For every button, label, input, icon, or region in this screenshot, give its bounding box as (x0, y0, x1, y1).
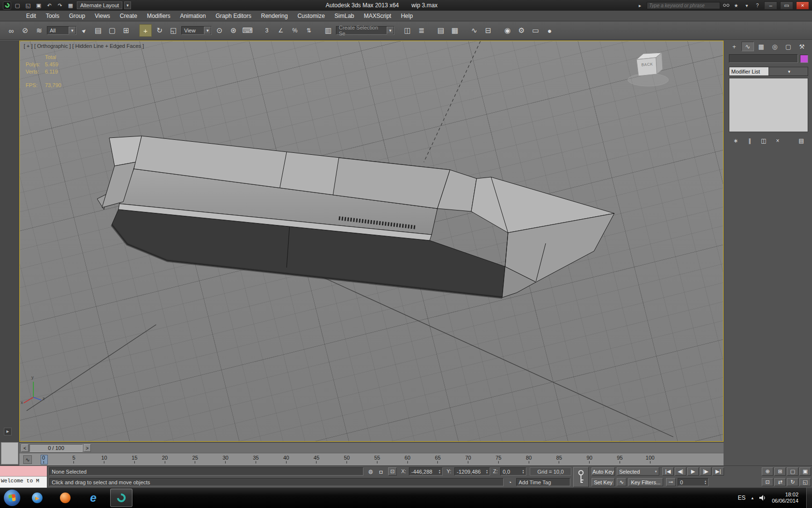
current-frame-field[interactable]: 0 ▴▾ (678, 478, 709, 486)
selection-lock-icon[interactable]: ◘ (377, 467, 385, 476)
modifier-list-dropdown[interactable]: Modifier List ▾ (729, 67, 808, 76)
menu-item-group[interactable]: Group (64, 11, 90, 21)
save-file-button[interactable]: ▣ (34, 1, 43, 9)
key-mode-dropdown-arrow[interactable]: ▾ (655, 470, 657, 473)
unlink-selection-icon[interactable]: ⊘ (19, 24, 31, 37)
time-tag-clock-icon[interactable]: ◔ (506, 478, 514, 486)
viewcube[interactable] (628, 53, 668, 86)
show-desktop-button[interactable] (806, 488, 812, 508)
render-production-icon[interactable]: ● (543, 24, 556, 37)
menu-item-tools[interactable]: Tools (41, 11, 64, 21)
menu-item-graph-editors[interactable]: Graph Editors (211, 11, 256, 21)
absolute-offset-toggle[interactable]: ⊡ (388, 467, 397, 476)
menu-item-create[interactable]: Create (115, 11, 142, 21)
object-name-field[interactable] (729, 54, 798, 63)
workspace-dropdown-arrow[interactable]: ▾ (124, 1, 131, 9)
search-input[interactable] (647, 2, 720, 9)
isolate-selection-icon[interactable]: ◍ (366, 467, 375, 476)
window-crossing-icon[interactable]: ⊞ (120, 24, 132, 37)
selection-filter-dropdown[interactable]: All ▾ (47, 26, 76, 35)
expand-panel-button[interactable]: ▶ (4, 428, 12, 435)
menu-item-edit[interactable]: Edit (21, 11, 41, 21)
arc-rotate-icon[interactable]: ↻ (787, 478, 798, 486)
redo-button[interactable]: ↷ (56, 1, 64, 9)
maxscript-mini-listener[interactable]: Welcome to M (0, 466, 47, 488)
ribbon-toggle-icon[interactable]: ▦ (449, 24, 461, 37)
tab-motion[interactable]: ◎ (768, 42, 781, 51)
named-selection-set-dropdown[interactable]: Create Selection Se ▾ (336, 26, 394, 35)
material-editor-icon[interactable]: ◉ (501, 24, 514, 37)
minimize-button[interactable]: – (764, 1, 777, 10)
hidden-icons-arrow[interactable]: ▴ (751, 495, 754, 500)
viewport-canvas[interactable] (20, 41, 723, 441)
y-coordinate-field[interactable]: -1209,486 ▴▾ (454, 467, 490, 476)
modifier-list-arrow[interactable]: ▾ (768, 67, 808, 75)
menu-item-animation[interactable]: Animation (175, 11, 211, 21)
use-pivot-center-icon[interactable]: ⊙ (213, 24, 226, 37)
x-coordinate-field[interactable]: -446,288 ▴▾ (409, 467, 443, 476)
z-spinner-down[interactable]: ▾ (522, 472, 524, 474)
taskbar-media-player-icon[interactable]: ▶ (26, 489, 48, 507)
previous-frame-button[interactable]: ◀| (675, 467, 686, 476)
configure-modifier-sets-button[interactable]: ▤ (796, 136, 807, 146)
select-object-icon[interactable]: ► (75, 22, 93, 40)
add-time-tag-field[interactable]: Add Time Tag (516, 478, 570, 486)
new-scene-button[interactable]: ▢ (13, 1, 22, 9)
close-button[interactable]: × (796, 1, 809, 10)
pan-view-icon[interactable]: ⇄ (774, 478, 786, 486)
timeline-ruler[interactable]: ∿ 05101520253035404550556065707580859095… (19, 453, 724, 465)
angle-snap-icon[interactable]: ∠ (275, 24, 287, 37)
previous-frame-arrow[interactable]: < (21, 444, 29, 452)
y-spinner-down[interactable]: ▾ (486, 472, 488, 474)
mirror-icon[interactable]: ◫ (401, 24, 414, 37)
mini-listener-macro-row[interactable] (0, 466, 47, 477)
zoom-icon[interactable]: ⊕ (762, 467, 773, 476)
infocenter-expand-icon[interactable]: ▸ (636, 1, 644, 9)
modifier-stack-list[interactable] (729, 78, 808, 132)
viewport[interactable]: [ + ] [ Orthographic ] [ Hidden Line + E… (19, 41, 724, 442)
taskbar-3dsmax-icon[interactable] (110, 489, 132, 507)
align-icon[interactable]: ≣ (415, 24, 428, 37)
tab-display[interactable]: ▢ (782, 42, 795, 51)
pin-stack-button[interactable]: ∗ (730, 136, 741, 146)
select-by-name-icon[interactable]: ▤ (92, 24, 104, 37)
frame-spinner-down[interactable]: ▾ (705, 482, 706, 485)
time-slider-position[interactable]: 0 / 100 (29, 444, 83, 452)
tab-hierarchy[interactable]: ▦ (755, 42, 768, 51)
select-and-move-icon[interactable]: + (139, 24, 152, 37)
menu-item-maxscript[interactable]: MAXScript (359, 11, 396, 21)
volume-icon[interactable] (759, 495, 766, 501)
app-logo-icon[interactable] (3, 1, 11, 10)
next-frame-button[interactable]: |▶ (700, 467, 711, 476)
render-setup-icon[interactable]: ⚙ (515, 24, 528, 37)
communication-center-icon[interactable]: ▾ (743, 1, 751, 9)
time-slider-bar[interactable]: < 0 / 100 > (19, 442, 724, 453)
key-mode-toggle[interactable]: ⊸ (666, 478, 676, 486)
menu-item-customize[interactable]: Customize (292, 11, 330, 21)
select-and-manipulate-icon[interactable]: ⊛ (227, 24, 240, 37)
undo-button[interactable]: ↶ (45, 1, 54, 9)
start-button[interactable] (4, 490, 20, 506)
maximize-viewport-icon[interactable]: ◱ (799, 478, 811, 486)
tab-create[interactable]: + (728, 42, 740, 51)
menu-item-simlab[interactable]: SimLab (330, 11, 359, 21)
schematic-view-icon[interactable]: ⊟ (482, 24, 494, 37)
percent-snap-icon[interactable]: % (289, 24, 301, 37)
field-of-view-icon[interactable]: ⊡ (762, 478, 773, 486)
mini-curve-editor-button[interactable]: ∿ (23, 455, 32, 464)
object-color-swatch[interactable] (800, 55, 808, 63)
viewport-label[interactable]: [ + ] [ Orthographic ] [ Hidden Line + E… (24, 43, 144, 49)
clock[interactable]: 18:02 06/06/2014 (772, 492, 798, 504)
maximize-button[interactable]: ▭ (780, 1, 793, 10)
layer-manager-icon[interactable]: ▤ (435, 24, 447, 37)
go-to-start-button[interactable]: |◀ (662, 467, 674, 476)
menu-item-rendering[interactable]: Rendering (256, 11, 292, 21)
model-wireframe[interactable] (97, 136, 614, 298)
edit-named-selection-sets-icon[interactable]: ▥ (322, 24, 334, 37)
reference-coordinate-dropdown[interactable]: View ▾ (181, 26, 212, 35)
auto-key-button[interactable]: Auto Key (592, 467, 615, 476)
select-and-scale-icon[interactable]: ◱ (167, 24, 180, 37)
rendered-frame-window-icon[interactable]: ▭ (529, 24, 542, 37)
z-coordinate-field[interactable]: 0,0 ▴▾ (500, 467, 526, 476)
set-key-button[interactable]: Set Key (592, 478, 615, 486)
